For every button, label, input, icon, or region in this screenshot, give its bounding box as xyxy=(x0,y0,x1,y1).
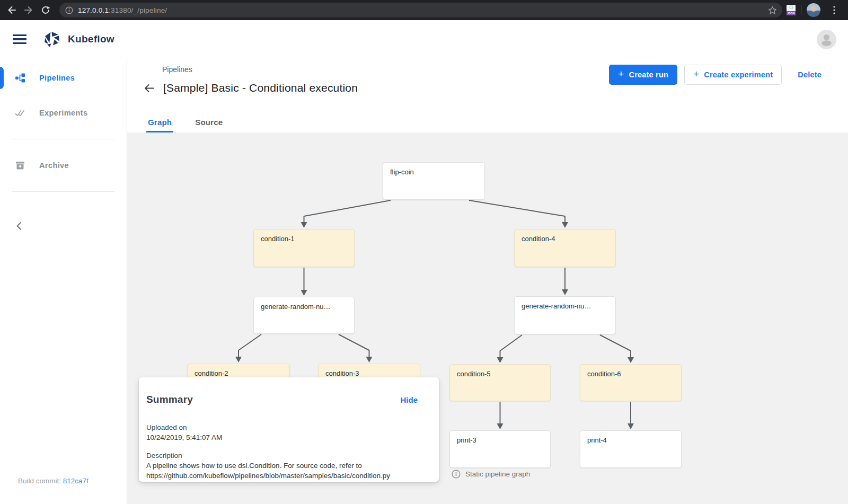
graph-edge-flip-coin-to-condition-4 xyxy=(469,200,565,223)
pipelines-icon xyxy=(15,73,25,83)
create-experiment-label: Create experiment xyxy=(704,70,773,79)
active-indicator xyxy=(0,67,4,89)
kubeflow-logo-icon xyxy=(43,31,61,48)
graph-node-print-3[interactable]: print-3 xyxy=(449,430,551,468)
hide-summary-link[interactable]: Hide xyxy=(400,395,418,404)
graph-node-label: print-4 xyxy=(587,437,676,444)
graph-node-label: condition-5 xyxy=(457,370,545,378)
sidebar-item-archive[interactable]: Archive xyxy=(0,153,127,178)
reload-icon xyxy=(41,5,50,15)
delete-label: Delete xyxy=(798,70,822,79)
summary-title: Summary xyxy=(146,394,193,405)
info-icon xyxy=(452,470,461,479)
graph-node-label: condition-4 xyxy=(522,235,610,243)
browser-back-button[interactable] xyxy=(3,2,20,19)
address-bar[interactable]: 127.0.0.1:31380/_/pipeline/ xyxy=(59,3,782,17)
build-commit-label: Build commit: xyxy=(18,477,63,485)
graph-edge-generate-random-number-1-to-condition-3 xyxy=(339,334,369,357)
plus-icon: + xyxy=(693,68,699,80)
tab-graph[interactable]: Graph xyxy=(146,118,173,132)
build-commit: Build commit: 812ca7f xyxy=(18,477,89,485)
archive-icon xyxy=(15,160,25,171)
sidebar-item-label: Archive xyxy=(39,161,69,170)
content: Pipelines [Sample] Basic - Conditional e… xyxy=(127,58,848,504)
star-icon xyxy=(768,6,777,15)
kebab-menu-icon xyxy=(833,6,835,14)
uploaded-on-value: 10/24/2019, 5:41:07 AM xyxy=(146,432,418,443)
build-commit-link[interactable]: 812ca7f xyxy=(63,477,89,485)
graph-node-generate-random-number-1[interactable]: generate-random-nu… xyxy=(253,297,355,334)
static-graph-note: Static pipeline graph xyxy=(452,470,530,479)
summary-card: Summary Hide Uploaded on 10/24/2019, 5:4… xyxy=(139,377,439,482)
graph-edge-generate-random-number-1-to-condition-2 xyxy=(238,334,261,357)
graph-edge-flip-coin-to-condition-1 xyxy=(304,200,391,223)
sidebar-item-pipelines[interactable]: Pipelines xyxy=(0,66,127,90)
description-label: Description xyxy=(146,450,418,461)
forward-icon xyxy=(24,5,33,15)
page-header: Pipelines [Sample] Basic - Conditional e… xyxy=(127,58,848,111)
collapse-sidebar-button[interactable] xyxy=(16,222,22,231)
uploaded-on-label: Uploaded on xyxy=(146,422,418,432)
graph-node-label: condition-2 xyxy=(195,370,284,377)
sidebar-item-label: Pipelines xyxy=(39,74,75,82)
graph-node-flip-coin[interactable]: flip-coin xyxy=(383,162,485,200)
chrome-separator xyxy=(801,5,801,15)
static-graph-note-label: Static pipeline graph xyxy=(465,470,530,478)
pipeline-graph: Summary Hide Uploaded on 10/24/2019, 5:4… xyxy=(127,132,848,504)
tab-bar: Graph Source xyxy=(127,111,848,132)
experiments-icon xyxy=(15,108,25,118)
main-layout: Pipelines Experiments Archive Build comm… xyxy=(0,58,848,504)
graph-edge-generate-random-number-2-to-condition-5 xyxy=(500,335,523,358)
kubeflow-logo: Kubeflow xyxy=(43,31,114,48)
bookmark-star-button[interactable] xyxy=(768,6,777,15)
sidebar: Pipelines Experiments Archive Build comm… xyxy=(0,58,127,504)
graph-node-condition-4[interactable]: condition-4 xyxy=(514,229,616,267)
browser-reload-button[interactable] xyxy=(37,2,54,19)
hamburger-menu-button[interactable] xyxy=(13,34,26,44)
graph-node-label: generate-random-nu… xyxy=(522,303,610,310)
user-avatar[interactable] xyxy=(817,30,836,49)
create-run-button[interactable]: + Create run xyxy=(609,65,677,85)
back-icon xyxy=(7,5,16,15)
graph-node-condition-1[interactable]: condition-1 xyxy=(253,229,355,267)
sidebar-item-experiments[interactable]: Experiments xyxy=(0,101,127,125)
json-extension-button[interactable]: {;} JSON xyxy=(787,5,796,15)
extension-braces: {;} xyxy=(787,5,796,8)
site-info-icon[interactable] xyxy=(65,6,73,14)
header-actions: + Create run + Create experiment Delete xyxy=(609,65,825,85)
graph-node-label: flip-coin xyxy=(390,169,479,176)
back-button[interactable] xyxy=(143,83,155,93)
delete-button[interactable]: Delete xyxy=(794,65,825,85)
graph-node-condition-5[interactable]: condition-5 xyxy=(449,364,551,401)
create-experiment-button[interactable]: + Create experiment xyxy=(684,65,782,85)
browser-forward-button[interactable] xyxy=(20,2,37,19)
description-value: A pipeline shows how to use dsl.Conditio… xyxy=(146,461,414,481)
url-host: 127.0.0.1 xyxy=(78,6,109,14)
summary-header: Summary Hide xyxy=(146,377,418,405)
browser-menu-button[interactable] xyxy=(826,2,843,19)
chevron-left-icon xyxy=(16,222,22,231)
create-run-label: Create run xyxy=(629,70,669,79)
graph-node-generate-random-number-2[interactable]: generate-random-nu… xyxy=(514,296,616,334)
brand-name: Kubeflow xyxy=(68,33,114,45)
extension-badge: JSON xyxy=(787,11,796,15)
plus-icon: + xyxy=(618,68,624,80)
back-arrow-icon xyxy=(144,83,155,93)
graph-edge-generate-random-number-2-to-condition-6 xyxy=(600,335,631,358)
graph-node-label: condition-6 xyxy=(587,370,676,378)
sidebar-item-label: Experiments xyxy=(39,109,87,117)
graph-node-print-4[interactable]: print-4 xyxy=(580,430,682,468)
graph-node-label: condition-3 xyxy=(325,370,414,377)
url-path: :31380/_/pipeline/ xyxy=(109,6,167,14)
url-text[interactable]: 127.0.0.1:31380/_/pipeline/ xyxy=(78,6,167,14)
graph-node-condition-6[interactable]: condition-6 xyxy=(580,364,682,401)
sidebar-divider xyxy=(12,191,115,192)
tab-source[interactable]: Source xyxy=(193,118,224,132)
person-icon xyxy=(817,30,836,49)
browser-chrome: 127.0.0.1:31380/_/pipeline/ {;} JSON xyxy=(0,0,848,20)
browser-profile-avatar[interactable] xyxy=(807,3,820,17)
sidebar-divider xyxy=(12,139,115,139)
app-bar: Kubeflow xyxy=(0,20,848,58)
breadcrumb[interactable]: Pipelines xyxy=(162,65,192,74)
graph-node-label: condition-1 xyxy=(261,235,349,243)
